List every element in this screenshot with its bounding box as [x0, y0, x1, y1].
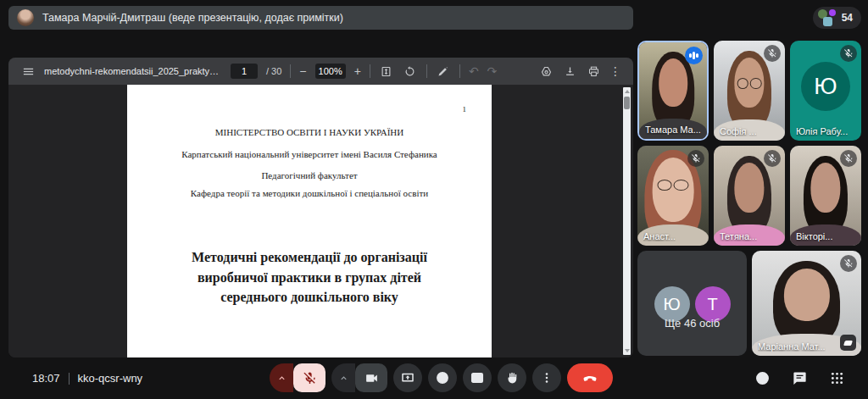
document-title-line: виробничої практики в групах дітей — [153, 268, 466, 288]
participant-tile-anastasiia[interactable]: Анаст... — [637, 146, 709, 246]
end-call-button[interactable] — [567, 363, 613, 392]
meeting-info: 18:07 kko-qcsr-wny — [32, 357, 142, 399]
mic-off-icon — [687, 150, 704, 167]
rotate-icon[interactable] — [403, 64, 418, 79]
camera-on-button[interactable] — [355, 363, 387, 392]
pdf-toolbar: metodychni-rekomendatsii_2025_praktyka-s… — [8, 58, 633, 85]
overflow-participants-tile[interactable]: Ю Т Ще 46 осіб — [637, 251, 747, 356]
toolbar-divider — [370, 64, 370, 78]
participant-name: Маріанна Мат... — [758, 341, 826, 352]
document-line: МІНІСТЕРСТВО ОСВІТИ І НАУКИ УКРАЇНИ — [127, 127, 492, 137]
participant-name: Юлія Рабу... — [796, 126, 848, 136]
mic-off-icon — [764, 45, 781, 62]
pdf-scrollbar[interactable] — [623, 87, 631, 355]
raise-hand-button[interactable] — [498, 363, 526, 392]
camera-options-chevron-icon[interactable] — [331, 363, 355, 392]
mic-muted-button[interactable] — [293, 363, 326, 392]
document-page-number: 1 — [463, 105, 467, 114]
participant-tile-viktoriia[interactable]: Вікторі... — [790, 146, 861, 246]
participant-tile-tetiana[interactable]: Тетяна... — [714, 146, 785, 246]
info-divider — [69, 373, 70, 385]
chat-icon[interactable] — [787, 365, 812, 391]
reactions-button[interactable] — [428, 363, 457, 392]
annotate-icon[interactable] — [436, 64, 451, 79]
participant-name: Тамара Ма... — [645, 125, 701, 135]
pdf-page: 1 МІНІСТЕРСТВО ОСВІТИ І НАУКИ УКРАЇНИ Ка… — [127, 85, 492, 357]
more-options-button[interactable] — [532, 363, 561, 392]
download-icon[interactable] — [562, 64, 577, 79]
scrollbar-thumb[interactable] — [624, 97, 630, 109]
participants-avatars-icon — [818, 9, 837, 26]
presenter-avatar — [17, 9, 34, 26]
document-line: Карпатський національний університет іме… — [127, 149, 492, 159]
toolbar-divider — [426, 64, 427, 78]
document-line: Педагогічний факультет — [127, 170, 492, 180]
document-title: Методичні рекомендації до організації ви… — [153, 247, 466, 308]
mic-off-icon — [840, 45, 857, 62]
pdf-filename: metodychni-rekomendatsii_2025_praktyka-s… — [44, 66, 222, 76]
document-title-line: середнього дошкільного віку — [153, 287, 466, 308]
presenter-banner-text: Тамара Марчій-Дмитраш (веде презентацію,… — [42, 12, 343, 24]
camera-switch-icon[interactable] — [840, 335, 856, 351]
mic-off-icon — [840, 255, 857, 272]
participant-name: Анаст... — [643, 231, 676, 241]
page-number-input[interactable]: 1 — [231, 64, 258, 79]
clock-time: 18:07 — [32, 372, 60, 385]
fit-page-icon[interactable] — [379, 64, 394, 79]
meet-window: Тамара Марчій-Дмитраш (веде презентацію,… — [0, 0, 868, 399]
overflow-count-label: Ще 46 осіб — [637, 317, 747, 330]
page-total: / 30 — [266, 66, 281, 76]
speaking-indicator-icon — [685, 47, 703, 64]
zoom-level: 100% — [315, 64, 346, 79]
shared-screen: metodychni-rekomendatsii_2025_praktyka-s… — [8, 58, 633, 357]
participant-tile-sofiia[interactable]: Софія ... — [714, 41, 785, 141]
mic-off-icon — [764, 150, 781, 167]
mic-options-chevron-icon[interactable] — [270, 363, 293, 392]
participant-initial-avatar: Ю — [801, 62, 850, 111]
mic-control-group — [270, 363, 326, 392]
menu-icon[interactable] — [20, 64, 36, 79]
present-screen-button[interactable] — [393, 363, 422, 392]
toolbar-divider — [459, 64, 460, 78]
participant-name: Тетяна... — [720, 231, 757, 241]
meeting-details-icon[interactable] — [749, 365, 775, 391]
bottom-bar: 18:07 kko-qcsr-wny — [0, 357, 868, 399]
participant-tile-yuliia[interactable]: Ю Юлія Рабу... — [790, 41, 861, 141]
save-to-drive-icon[interactable] — [538, 64, 554, 79]
participant-tile-tamara[interactable]: Тамара Ма... — [637, 41, 709, 141]
participant-name: Софія ... — [720, 126, 757, 136]
toolbar-divider — [290, 64, 291, 78]
undo-icon: ↶ — [469, 64, 479, 78]
people-count: 54 — [842, 12, 853, 24]
pdf-document-area: 1 МІНІСТЕРСТВО ОСВІТИ І НАУКИ УКРАЇНИ Ка… — [8, 85, 633, 357]
print-icon[interactable] — [586, 64, 601, 79]
redo-icon: ↷ — [487, 64, 498, 78]
meeting-code: kko-qcsr-wny — [78, 372, 143, 385]
call-controls — [270, 363, 613, 392]
document-title-line: Методичні рекомендації до організації — [153, 247, 466, 268]
camera-control-group — [331, 363, 387, 392]
participant-tile-marianna[interactable]: Маріанна Мат... — [752, 251, 861, 356]
activities-grid-icon[interactable] — [824, 365, 849, 391]
pdf-more-icon[interactable]: ⋮ — [609, 64, 621, 78]
zoom-in-button[interactable]: + — [354, 64, 361, 78]
people-count-pill[interactable]: 54 — [813, 7, 861, 29]
mic-off-icon — [840, 150, 857, 167]
presenter-banner: Тамара Марчій-Дмитраш (веде презентацію,… — [8, 6, 633, 30]
document-line: Кафедра теорії та методики дошкільної і … — [127, 188, 492, 198]
captions-button[interactable] — [463, 363, 492, 392]
zoom-out-button[interactable]: − — [299, 64, 306, 78]
panel-icons — [749, 363, 849, 392]
participant-name: Вікторі... — [796, 231, 832, 241]
